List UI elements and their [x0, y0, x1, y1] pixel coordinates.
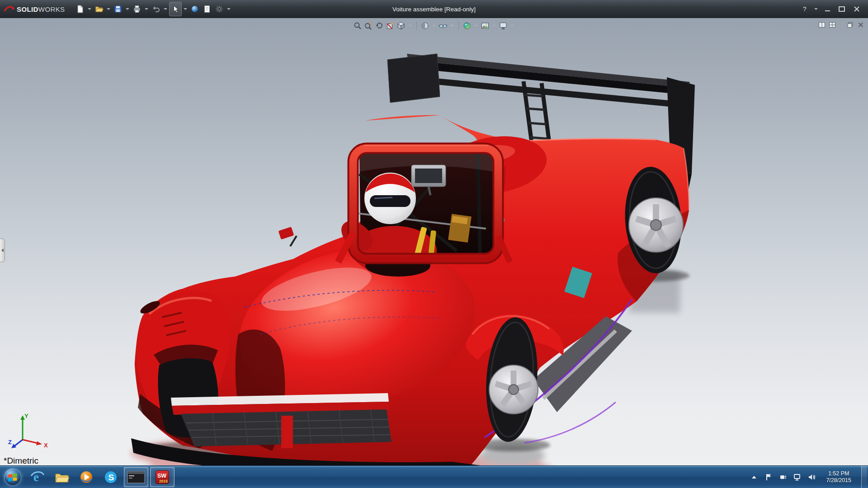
quick-access-toolbar — [74, 2, 232, 16]
solidworks-app-icon: SW 2015 — [155, 470, 170, 484]
skype-icon: S — [104, 470, 118, 484]
model-scene[interactable] — [0, 18, 868, 466]
display-style-dropdown[interactable] — [432, 25, 436, 27]
taskbar-internet-explorer[interactable]: e — [25, 466, 50, 488]
undo-icon — [151, 5, 160, 14]
orientation-triad: Y X Z — [8, 411, 52, 450]
network-status-button[interactable] — [793, 473, 802, 482]
view-settings-dropdown[interactable] — [510, 25, 514, 27]
zoom-to-area-button[interactable] — [363, 20, 373, 31]
hide-show-items-button[interactable] — [438, 20, 448, 31]
viewport-pane-controls — [818, 21, 864, 28]
graphics-viewport[interactable]: Y X Z *Dimetric — [0, 18, 868, 466]
svg-text:S: S — [108, 473, 114, 482]
windows-start-orb — [4, 469, 21, 486]
new-document-icon — [75, 5, 85, 14]
taskbar-solidworks[interactable]: SW 2015 — [150, 467, 175, 487]
section-view-button[interactable] — [385, 20, 395, 31]
display-style-button[interactable] — [420, 20, 430, 31]
view-orientation-button[interactable] — [396, 20, 406, 31]
brand-swoosh-icon — [4, 5, 14, 14]
taskbar-clock[interactable]: 1:52 PM 7/28/2015 — [822, 470, 855, 484]
maximize-button[interactable] — [835, 4, 848, 14]
view-orientation-cube-icon — [396, 21, 406, 30]
close-button[interactable] — [850, 4, 863, 14]
windows-flag-icon — [8, 473, 18, 482]
speaker-icon — [808, 474, 816, 481]
taskbar-command-prompt[interactable] — [124, 467, 148, 487]
folder-icon — [54, 470, 70, 484]
select-dropdown[interactable] — [184, 8, 187, 10]
clock-time: 1:52 PM — [826, 470, 851, 477]
help-button[interactable]: ? — [798, 4, 811, 14]
left-mirror[interactable] — [278, 227, 294, 239]
flag-icon — [765, 473, 772, 481]
titlebar: SOLIDWORKS — [0, 0, 868, 18]
file-properties-button[interactable] — [201, 2, 213, 16]
headsup-view-toolbar — [353, 20, 515, 31]
display-style-icon — [420, 21, 429, 30]
rebuild-icon — [190, 5, 199, 14]
solidworks-window: SOLIDWORKS — [0, 0, 868, 488]
select-tool-button[interactable] — [169, 2, 182, 16]
zoom-to-fit-icon — [353, 21, 362, 30]
hide-show-dropdown[interactable] — [450, 25, 454, 27]
four-pane-icon[interactable] — [829, 21, 836, 28]
open-button[interactable] — [93, 2, 105, 16]
new-dropdown[interactable] — [88, 8, 91, 10]
apply-scene-button[interactable] — [480, 20, 490, 31]
view-orientation-dropdown[interactable] — [408, 25, 412, 27]
internet-explorer-icon: e — [30, 470, 45, 484]
options-dropdown[interactable] — [227, 8, 231, 10]
taskbar-media-player[interactable] — [74, 466, 99, 488]
power-status-button[interactable] — [779, 473, 787, 482]
new-button[interactable] — [74, 2, 86, 16]
view-settings-icon — [499, 21, 508, 30]
previous-view-icon — [375, 21, 384, 30]
view-orientation-label: *Dimetric — [4, 456, 38, 466]
print-button[interactable] — [131, 2, 143, 16]
rebuild-button[interactable] — [189, 2, 201, 16]
edit-appearance-dropdown[interactable] — [474, 25, 478, 27]
window-controls: ? — [798, 4, 868, 14]
view-settings-button[interactable] — [498, 20, 508, 31]
action-center-button[interactable] — [764, 473, 773, 482]
save-floppy-icon — [113, 5, 123, 14]
edit-appearance-button[interactable] — [462, 20, 472, 31]
start-button[interactable] — [0, 466, 25, 488]
toolbar-separator — [416, 22, 417, 30]
open-dropdown[interactable] — [107, 8, 110, 10]
save-button[interactable] — [112, 2, 124, 16]
restore-document-icon[interactable] — [847, 21, 854, 28]
svg-text:SW: SW — [157, 473, 166, 479]
volume-button[interactable] — [808, 473, 816, 482]
file-properties-icon — [203, 5, 212, 14]
zoom-to-area-icon — [364, 21, 373, 30]
save-dropdown[interactable] — [126, 8, 129, 10]
clock-date: 7/28/2015 — [826, 477, 851, 484]
network-monitor-icon — [793, 474, 802, 481]
options-button[interactable] — [213, 2, 225, 16]
command-prompt-icon — [127, 470, 146, 484]
undo-button[interactable] — [150, 2, 162, 16]
help-dropdown[interactable] — [814, 8, 818, 10]
hidden-icons-button[interactable] — [750, 473, 758, 482]
solidworks-logo: SOLIDWORKS — [0, 5, 70, 14]
edit-appearance-ball-icon — [462, 21, 472, 30]
show-desktop-button[interactable] — [861, 466, 867, 488]
previous-view-button[interactable] — [374, 20, 384, 31]
undo-dropdown[interactable] — [164, 8, 167, 10]
taskbar-windows-explorer[interactable] — [50, 466, 74, 488]
print-icon — [132, 5, 142, 14]
toolbar-separator — [458, 22, 459, 30]
taskbar-skype[interactable]: S — [99, 466, 123, 488]
split-pane-icon[interactable] — [818, 21, 826, 28]
document-title: Voiture assemblee [Read-only] — [392, 0, 476, 18]
triad-z-label: Z — [8, 439, 12, 446]
print-dropdown[interactable] — [145, 8, 148, 10]
zoom-to-fit-button[interactable] — [353, 20, 363, 31]
minimize-button[interactable] — [821, 4, 834, 14]
apply-scene-dropdown[interactable] — [492, 25, 496, 27]
close-document-icon[interactable] — [857, 21, 864, 28]
feature-panel-splitter-tab[interactable] — [0, 239, 5, 262]
